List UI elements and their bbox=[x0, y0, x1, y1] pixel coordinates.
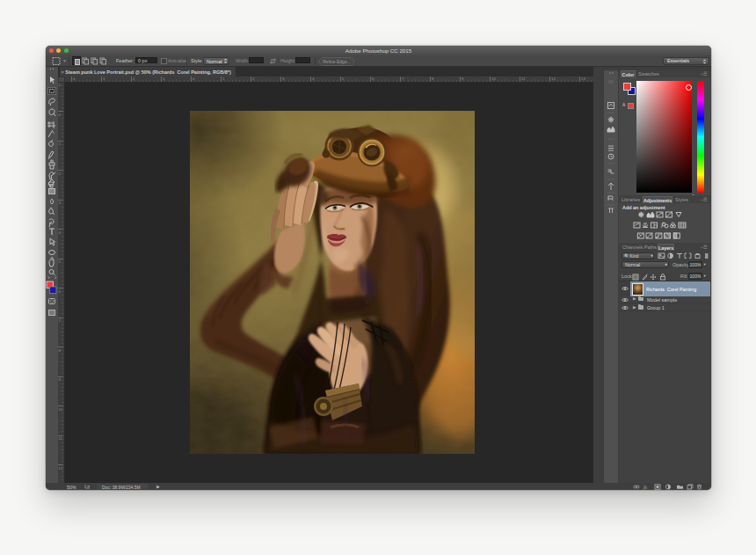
svg-text:fx: fx bbox=[643, 484, 648, 489]
